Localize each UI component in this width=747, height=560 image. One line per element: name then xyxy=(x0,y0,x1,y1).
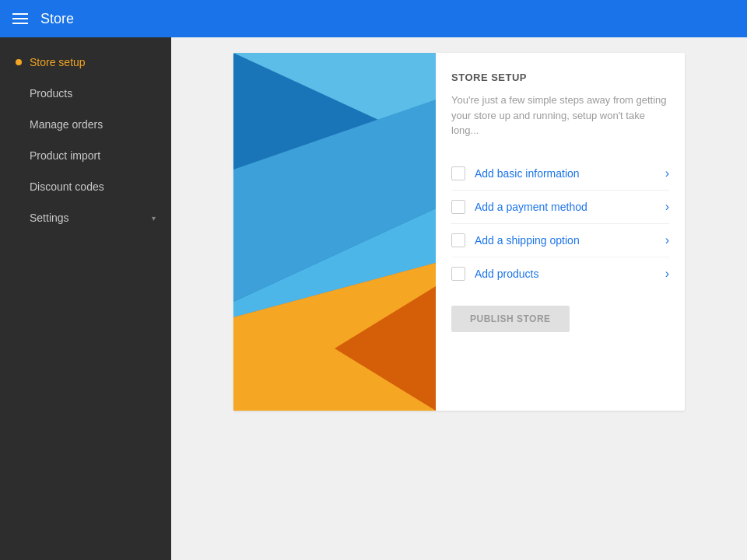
publish-store-button[interactable]: PUBLISH STORE xyxy=(451,306,570,332)
chevron-right-icon-payment: › xyxy=(665,200,669,214)
chevron-right-icon-products: › xyxy=(665,267,669,281)
store-setup-title: STORE SETUP xyxy=(451,72,669,83)
sidebar-item-label: Manage orders xyxy=(30,118,103,131)
store-setup-description: You're just a few simple steps away from… xyxy=(451,93,669,138)
sidebar: Store setup Products Manage orders Produ… xyxy=(0,37,171,560)
step-label-shipping: Add a shipping option xyxy=(475,234,656,247)
sidebar-item-label: Store setup xyxy=(30,56,86,68)
sidebar-item-label: Discount codes xyxy=(30,180,104,193)
main-layout: Store setup Products Manage orders Produ… xyxy=(0,37,747,560)
step-payment-method[interactable]: Add a payment method › xyxy=(451,191,669,224)
menu-icon[interactable] xyxy=(12,13,28,24)
step-label-products: Add products xyxy=(475,268,656,280)
sidebar-item-discount-codes[interactable]: Discount codes xyxy=(0,171,171,202)
store-hero-image xyxy=(233,53,436,411)
store-setup-content: STORE SETUP You're just a few simple ste… xyxy=(436,53,685,411)
step-label-payment: Add a payment method xyxy=(475,201,656,213)
sidebar-item-settings[interactable]: Settings ▾ xyxy=(0,202,171,233)
step-checkbox-shipping[interactable] xyxy=(451,233,465,247)
sidebar-item-label: Products xyxy=(30,87,72,100)
store-setup-card: STORE SETUP You're just a few simple ste… xyxy=(233,53,685,411)
sidebar-item-label: Product import xyxy=(30,149,100,162)
step-label-basic-info: Add basic information xyxy=(475,167,656,180)
step-shipping-option[interactable]: Add a shipping option › xyxy=(451,224,669,257)
active-dot-icon xyxy=(16,59,22,65)
step-basic-info[interactable]: Add basic information › xyxy=(451,157,669,191)
main-content: STORE SETUP You're just a few simple ste… xyxy=(171,37,747,560)
chevron-down-icon: ▾ xyxy=(152,214,156,222)
sidebar-item-store-setup[interactable]: Store setup xyxy=(0,47,171,78)
app-header: Store xyxy=(0,0,747,37)
step-checkbox-basic-info[interactable] xyxy=(451,166,465,180)
step-checkbox-products[interactable] xyxy=(451,267,465,281)
sidebar-item-manage-orders[interactable]: Manage orders xyxy=(0,109,171,140)
step-checkbox-payment[interactable] xyxy=(451,200,465,214)
app-title: Store xyxy=(40,11,74,27)
sidebar-item-products[interactable]: Products xyxy=(0,78,171,109)
chevron-right-icon-basic-info: › xyxy=(665,166,669,180)
sidebar-item-product-import[interactable]: Product import xyxy=(0,140,171,171)
sidebar-item-label: Settings xyxy=(30,212,69,224)
step-add-products[interactable]: Add products › xyxy=(451,257,669,290)
chevron-right-icon-shipping: › xyxy=(665,233,669,247)
